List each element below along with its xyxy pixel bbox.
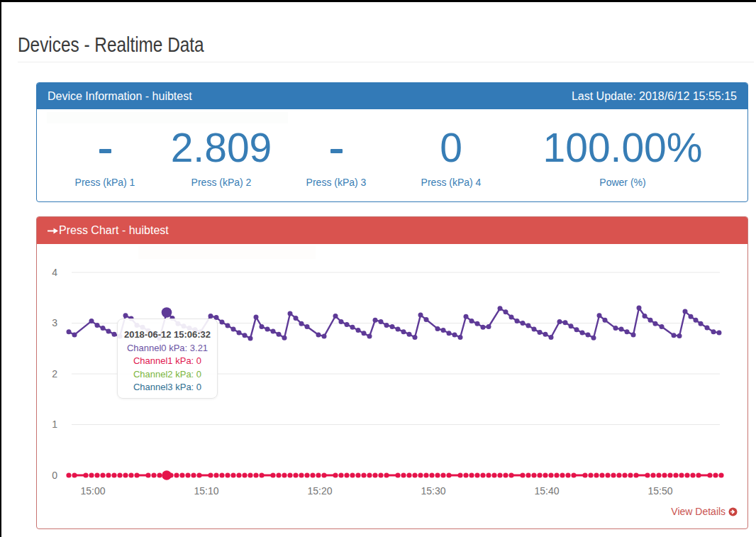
svg-text:15:50: 15:50 [647, 485, 672, 497]
svg-text:15:20: 15:20 [307, 485, 332, 497]
svg-text:0: 0 [52, 470, 57, 481]
svg-text:15:40: 15:40 [534, 485, 559, 497]
svg-text:1: 1 [52, 419, 57, 430]
svg-text:2: 2 [52, 368, 57, 380]
svg-text:3: 3 [52, 317, 57, 328]
svg-text:15:10: 15:10 [194, 485, 218, 497]
svg-text:15:30: 15:30 [421, 485, 445, 497]
svg-text:4: 4 [52, 267, 57, 278]
svg-text:15:00: 15:00 [80, 485, 105, 497]
